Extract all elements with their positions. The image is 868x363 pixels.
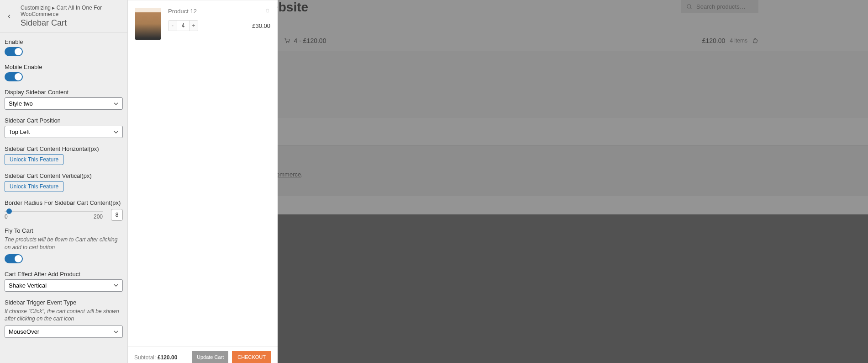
slider-thumb[interactable] (6, 208, 12, 214)
horizontal-label: Sidebar Cart Content Horizontal(px) (5, 145, 123, 152)
vertical-label: Sidebar Cart Content Vertical(px) (5, 172, 123, 179)
breadcrumb: Customizing ▸ Cart All In One For WooCom… (21, 5, 123, 17)
control-border-radius: Border Radius For Sidebar Cart Content(p… (5, 199, 123, 220)
trigger-select[interactable]: MouseOver (5, 326, 123, 338)
cart-item-price: £30.00 (252, 22, 270, 29)
control-vertical: Sidebar Cart Content Vertical(px) Unlock… (5, 172, 123, 192)
cart-item-image[interactable] (135, 8, 161, 40)
unlock-horizontal-button[interactable]: Unlock This Feature (5, 154, 63, 165)
control-mobile-enable: Mobile Enable (5, 64, 123, 81)
position-select[interactable]: Top Left (5, 126, 123, 138)
customizer-header: Customizing ▸ Cart All In One For WooCom… (0, 0, 127, 33)
control-fly: Fly To Cart The products will be flown t… (5, 227, 123, 263)
control-horizontal: Sidebar Cart Content Horizontal(px) Unlo… (5, 145, 123, 165)
control-trigger: Sidebar Trigger Event Type If choose "Cl… (5, 299, 123, 338)
border-min: 0 (5, 214, 8, 220)
unlock-vertical-button[interactable]: Unlock This Feature (5, 181, 63, 192)
customizer-body[interactable]: Enable Mobile Enable Display Sidebar Con… (0, 33, 127, 363)
quantity-stepper: - 4 + (168, 20, 198, 31)
effect-select[interactable]: Shake Vertical (5, 279, 123, 292)
border-radius-value[interactable]: 8 (111, 209, 123, 221)
subtotal-value: £120.00 (158, 354, 177, 361)
border-radius-slider[interactable] (5, 211, 103, 212)
effect-label: Cart Effect After Add Product (5, 271, 123, 278)
position-label: Sidebar Cart Position (5, 117, 123, 124)
display-content-select[interactable]: Style two (5, 97, 123, 110)
chevron-left-icon (6, 13, 12, 20)
fly-toggle[interactable] (5, 254, 23, 263)
preview-area: est Website rdPress site Search products… (128, 0, 868, 363)
qty-minus-button[interactable]: - (168, 21, 177, 31)
display-content-label: Display Sidebar Content (5, 89, 123, 96)
sidebar-cart-panel: Product 12 - 4 + £30.00 S (128, 0, 278, 363)
checkout-button[interactable]: CHECKOUT (232, 351, 271, 363)
qty-plus-button[interactable]: + (189, 21, 198, 31)
border-max: 200 (94, 214, 103, 220)
control-display-content: Display Sidebar Content Style two (5, 89, 123, 110)
trigger-label: Sidebar Trigger Event Type (5, 299, 123, 306)
mobile-enable-toggle[interactable] (5, 72, 23, 81)
cart-item-name[interactable]: Product 12 (168, 8, 197, 15)
qty-value[interactable]: 4 (177, 21, 189, 31)
update-cart-button[interactable]: Update Cart (192, 351, 228, 363)
trigger-desc: If choose "Click", the cart content will… (5, 308, 123, 323)
fly-desc: The products will be flown to Cart after… (5, 236, 123, 251)
control-effect: Cart Effect After Add Product Shake Vert… (5, 271, 123, 292)
enable-label: Enable (5, 38, 123, 45)
back-button[interactable] (5, 12, 14, 21)
trash-icon[interactable] (265, 8, 270, 13)
enable-toggle[interactable] (5, 47, 23, 56)
fly-label: Fly To Cart (5, 227, 123, 234)
customizer-panel: Customizing ▸ Cart All In One For WooCom… (0, 0, 128, 363)
mobile-enable-label: Mobile Enable (5, 64, 123, 70)
cart-footer: Subtotal: £120.00 Update Cart CHECKOUT (128, 346, 278, 363)
panel-title: Sidebar Cart (21, 18, 123, 28)
control-position: Sidebar Cart Position Top Left (5, 117, 123, 138)
subtotal-label: Subtotal: (134, 354, 156, 361)
border-radius-label: Border Radius For Sidebar Cart Content(p… (5, 199, 123, 206)
control-enable: Enable (5, 38, 123, 56)
cart-item: Product 12 - 4 + £30.00 (128, 0, 278, 47)
